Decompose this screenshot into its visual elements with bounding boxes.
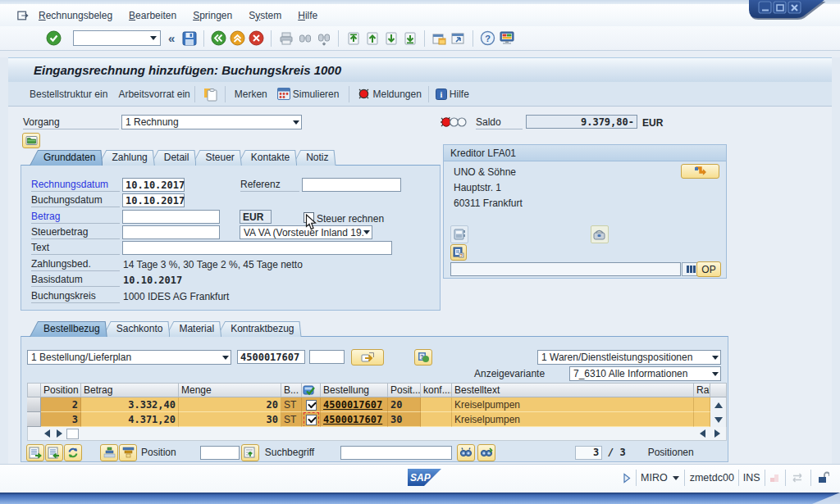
po-link[interactable]: 4500017607 — [323, 414, 382, 425]
save-button[interactable] — [180, 30, 198, 47]
tree-on-button[interactable] — [22, 133, 40, 148]
rechnungsdatum-field[interactable]: 10.10.2017 — [122, 178, 185, 192]
betrag-currency-field[interactable]: EUR — [240, 210, 272, 224]
hscroll-left-button-right[interactable] — [700, 429, 705, 438]
referenz-field[interactable] — [302, 178, 401, 192]
col-ok[interactable] — [302, 383, 321, 397]
command-field[interactable] — [73, 30, 161, 46]
buchungsdatum-field[interactable]: 10.10.2017 — [122, 193, 185, 207]
meldungen-button[interactable]: Meldungen — [358, 88, 421, 100]
table-row[interactable]: 3 4.371,20 30 ST 4500017607 30 Kreiselpu… — [27, 412, 727, 427]
page-down-button[interactable] — [382, 30, 399, 47]
tab-kontakte[interactable]: Kontakte — [237, 150, 297, 166]
tab-detail[interactable]: Detail — [150, 150, 197, 166]
col-konf[interactable]: konf.... — [421, 383, 452, 397]
col-menge[interactable]: Menge — [179, 383, 281, 397]
exit-button[interactable] — [229, 30, 246, 47]
item-category-combobox[interactable]: 1 Waren/Dienstleistungspositionen — [537, 350, 721, 365]
tab-notiz[interactable]: Notiz — [292, 150, 336, 166]
op-button[interactable]: OP — [696, 261, 721, 277]
sort-ascending-button[interactable] — [100, 444, 118, 461]
po-type-combobox[interactable]: 1 Bestellung/Lieferplan — [27, 350, 231, 365]
back-button[interactable] — [210, 30, 227, 47]
steuerbetrag-field[interactable] — [122, 225, 220, 239]
text-field[interactable] — [122, 241, 392, 255]
hscroll-right-button[interactable] — [57, 429, 62, 438]
vendor-oi-list-button[interactable]: ? — [450, 244, 467, 261]
scroll-down-button[interactable] — [710, 412, 727, 427]
maximize-button[interactable] — [774, 2, 786, 13]
last-page-button[interactable] — [401, 30, 418, 47]
cancel-button[interactable] — [248, 30, 265, 47]
sort-descending-button[interactable] — [119, 444, 137, 461]
vendor-master-button[interactable] — [681, 164, 719, 179]
po-help-button[interactable]: ? — [414, 349, 432, 366]
tab-bestellbezug[interactable]: Bestellbezug — [30, 321, 107, 337]
merken-button[interactable]: Merken — [235, 89, 267, 100]
refresh-button[interactable] — [64, 444, 82, 461]
command-input[interactable] — [74, 32, 147, 44]
new-session-button[interactable] — [431, 30, 448, 47]
page-up-button[interactable] — [363, 30, 381, 47]
col-bestellung[interactable]: Bestellung — [321, 383, 388, 397]
enter-button[interactable] — [45, 30, 62, 47]
print-button[interactable] — [277, 30, 294, 47]
grid-find-button[interactable] — [457, 444, 475, 461]
status-transaction[interactable]: MIRO — [641, 472, 668, 484]
hold-button[interactable] — [203, 86, 218, 102]
col-unit[interactable]: B... — [281, 383, 302, 397]
tab-grunddaten[interactable]: Grunddaten — [30, 150, 103, 166]
col-posit[interactable]: Posit... — [388, 383, 421, 397]
po-link[interactable]: 4500017607 — [323, 399, 382, 411]
row-select-button[interactable] — [27, 397, 41, 412]
menu-hilfe[interactable]: Hilfe — [298, 10, 317, 21]
collapse-chevrons-icon[interactable]: « — [168, 31, 174, 45]
grid-find-next-button[interactable] — [477, 444, 495, 461]
po-number-field[interactable]: 4500017607 — [237, 350, 305, 364]
first-page-button[interactable] — [345, 30, 362, 47]
create-shortcut-button[interactable] — [450, 30, 467, 47]
item-detail-button[interactable] — [26, 444, 44, 461]
command-dropdown-icon[interactable] — [147, 31, 160, 45]
col-bestelltext[interactable]: Bestelltext — [452, 383, 694, 397]
item-ok-checkbox[interactable] — [306, 415, 317, 425]
tab-zahlung[interactable]: Zahlung — [98, 150, 154, 166]
bestellstruktur-button[interactable]: Bestellstruktur ein — [30, 89, 107, 100]
status-expand-icon[interactable] — [622, 473, 632, 484]
tab-sachkonto[interactable]: Sachkonto — [103, 321, 171, 337]
tab-kontraktbezug[interactable]: Kontraktbezug — [217, 321, 301, 337]
anzeigevariante-combobox[interactable]: 7_6310 Alle Informationen — [569, 366, 721, 381]
suchbegriff-field[interactable] — [340, 446, 452, 460]
simulieren-button[interactable]: Simulieren — [277, 88, 340, 100]
gui-layout-button[interactable] — [498, 30, 515, 47]
vendor-op-field[interactable] — [450, 262, 681, 276]
hscroll-right-button-right[interactable] — [714, 429, 720, 438]
menu-system[interactable]: System — [249, 10, 281, 21]
menu-bearbeiten[interactable]: Bearbeiten — [129, 10, 176, 21]
tab-material[interactable]: Material — [165, 321, 221, 337]
col-betrag[interactable]: Betrag — [81, 383, 179, 397]
close-button[interactable] — [788, 2, 801, 13]
hscroll-thumb[interactable] — [66, 429, 79, 439]
col-position[interactable]: Position — [41, 383, 81, 397]
menu-rechnungsbeleg[interactable]: Rechnungsbeleg — [39, 10, 112, 21]
hscroll-left-button[interactable] — [44, 429, 50, 438]
status-transaction-dropdown-icon[interactable] — [673, 476, 679, 480]
menu-icon[interactable] — [17, 10, 29, 21]
security-lock-icon[interactable] — [817, 471, 829, 484]
tab-steuer[interactable]: Steuer — [191, 150, 241, 166]
adopt-button[interactable] — [351, 349, 384, 366]
hilfe-button[interactable]: i Hilfe — [436, 89, 469, 100]
item-display-button[interactable] — [45, 444, 63, 461]
find-next-button[interactable] — [315, 30, 332, 47]
row-select-button[interactable] — [27, 412, 41, 427]
col-select[interactable] — [27, 383, 41, 397]
vorgang-combobox[interactable]: 1 Rechnung — [121, 115, 302, 129]
scroll-up-button[interactable] — [710, 397, 727, 412]
goto-position-button[interactable] — [241, 444, 259, 461]
minimize-button[interactable] — [759, 2, 771, 13]
vendor-address-book-button[interactable] — [450, 225, 468, 243]
grid-position-field[interactable] — [200, 446, 240, 460]
vendor-phone-button[interactable] — [591, 225, 609, 243]
arbeitsvorrat-button[interactable]: Arbeitsvorrat ein — [118, 89, 189, 100]
